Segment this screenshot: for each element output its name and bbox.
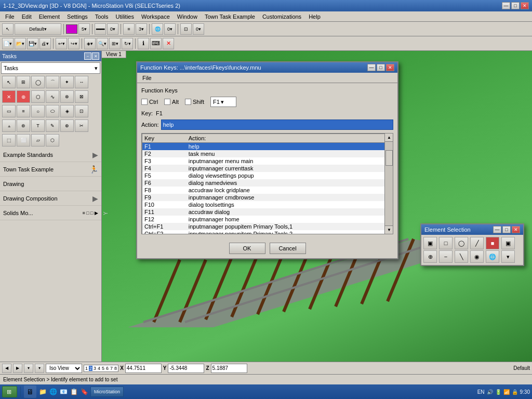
x-btn[interactable]: ✕ <box>163 38 174 49</box>
snap-4[interactable]: 4 <box>97 366 101 371</box>
es-tool-11[interactable]: 🌐 <box>486 250 499 263</box>
dialog-menu-file[interactable]: File <box>139 74 155 82</box>
taskbar-icon-6[interactable]: 🔖 <box>80 388 88 396</box>
region-tool[interactable]: ▭ <box>2 105 16 117</box>
new-btn[interactable]: 📄▾ <box>2 38 14 49</box>
tasks-close-btn[interactable]: ✕ <box>92 52 99 60</box>
nav-back-btn[interactable]: ◀ <box>2 364 11 373</box>
table-row[interactable]: F11accudraw dialog <box>142 208 393 216</box>
dialog-max-btn[interactable]: □ <box>377 64 385 71</box>
shift-checkbox[interactable]: Shift <box>185 99 204 105</box>
color-swatch[interactable] <box>66 24 77 34</box>
ctrl-checkbox[interactable]: Ctrl <box>141 99 158 105</box>
tasks-item-town-task[interactable]: Town Task Example 🏃 <box>0 162 101 177</box>
elem-sel-close[interactable]: ✕ <box>512 226 520 233</box>
minimize-button[interactable]: — <box>502 2 510 9</box>
table-row[interactable]: F12inputmanager home <box>142 216 393 223</box>
menu-help[interactable]: Help <box>305 12 324 21</box>
snap-3[interactable]: 3 <box>93 366 97 371</box>
alt-checkbox[interactable]: Alt <box>164 99 179 105</box>
cancel-button[interactable]: Cancel <box>270 243 306 254</box>
tool-5[interactable]: ⊗ <box>60 90 74 103</box>
text-tool[interactable]: T <box>31 119 45 132</box>
scroll-down-btn[interactable]: ▼ <box>385 225 393 234</box>
menu-tools[interactable]: Tools <box>92 12 112 21</box>
snap-6[interactable]: 6 <box>105 366 109 371</box>
es-tool-4[interactable]: ╱ <box>470 237 484 249</box>
ellipse-tool[interactable]: ⬭ <box>46 105 59 117</box>
taskbar-icon-2[interactable]: 📁 <box>38 388 47 396</box>
snap-7[interactable]: 7 <box>110 366 113 371</box>
3d-tool-2[interactable]: ⬜ <box>17 134 30 147</box>
menu-customizations[interactable]: Customizations <box>259 12 304 21</box>
tool-dropdown[interactable]: Default ▾ <box>15 23 61 35</box>
3d-tool-4[interactable]: ⬡ <box>46 134 59 147</box>
es-tool-6[interactable]: ▣ <box>501 237 515 249</box>
menu-window[interactable]: Window <box>174 12 201 21</box>
taskbar-icon-3[interactable]: 🌐 <box>49 388 57 396</box>
table-row[interactable]: Ctrl+F2inputmanager popupitem Primary To… <box>142 230 393 234</box>
menu-edit[interactable]: Edit <box>19 12 35 21</box>
rotate-btn[interactable]: ↻▾ <box>122 38 133 49</box>
3d-tool-1[interactable]: ⬚ <box>2 134 16 147</box>
tasks-dropdown[interactable]: Tasks ▾ <box>1 62 100 74</box>
lineweight-btn[interactable]: ≡ <box>123 23 135 35</box>
elem-sel-restore[interactable]: □ <box>502 226 511 233</box>
snap-2[interactable]: 2 <box>89 366 92 371</box>
scroll-up-btn[interactable]: ▲ <box>385 134 393 142</box>
nav-extra2-btn[interactable]: ▾ <box>35 364 44 373</box>
place-circle-tool[interactable]: ◯ <box>31 76 45 88</box>
es-tool-2[interactable]: □ <box>439 237 453 249</box>
3d-tool-3[interactable]: ▱ <box>31 134 45 147</box>
es-tool-5[interactable]: ■ <box>486 237 499 249</box>
linestyle-btn[interactable]: ━━ <box>95 23 106 35</box>
hatch-tool[interactable]: ≡ <box>17 105 30 117</box>
redo-btn[interactable]: ↪▾ <box>68 38 79 49</box>
tool-8[interactable]: ⊡ <box>75 105 88 117</box>
close-button[interactable]: ✕ <box>521 2 529 9</box>
table-row[interactable]: F3inputmanager menu main <box>142 157 393 165</box>
menu-utilities[interactable]: Utilities <box>113 12 137 21</box>
es-tool-9[interactable]: ╲ <box>455 250 468 263</box>
table-row[interactable]: F8accudraw lock gridplane <box>142 187 393 194</box>
tasks-item-drawing[interactable]: Drawing <box>0 177 101 191</box>
cross-tool[interactable]: ✕ <box>2 90 16 103</box>
table-row[interactable]: F5dialog viewsettings popup <box>142 172 393 179</box>
scroll-thumb[interactable] <box>385 150 393 166</box>
lineweight-num[interactable]: 3 ▾ <box>136 23 147 35</box>
fkey-dropdown[interactable]: F1 ▾ <box>210 97 236 107</box>
tool-10[interactable]: ✂ <box>75 119 88 132</box>
es-tool-8[interactable]: − <box>439 250 453 263</box>
table-row[interactable]: F10dialog toolsettings <box>142 201 393 208</box>
polygon-tool[interactable]: ⬡ <box>31 90 45 103</box>
taskbar-microstation[interactable]: MicroStation <box>90 387 124 397</box>
dimension-tool[interactable]: ↔ <box>75 76 88 88</box>
shift-cb-box[interactable] <box>185 99 191 105</box>
y-input[interactable] <box>168 364 204 373</box>
dialog-close-btn[interactable]: ✕ <box>386 64 394 71</box>
note-tool[interactable]: ✎ <box>46 119 59 132</box>
linestyle-num[interactable]: 0 ▾ <box>107 23 118 35</box>
es-tool-10[interactable]: ◉ <box>470 250 484 263</box>
taskbar-icon-4[interactable]: 📧 <box>59 388 68 396</box>
tool-arrow[interactable]: ↖ <box>2 23 14 35</box>
spiral-tool[interactable]: ⊛ <box>17 119 30 132</box>
tasks-item-example-standards[interactable]: Example Standards ▶ <box>0 148 101 162</box>
maximize-button[interactable]: □ <box>511 2 520 9</box>
tasks-item-solids[interactable]: Solids Mo... ≡ □ □ ▶ <box>0 206 101 220</box>
menu-town-task[interactable]: Town Task Example <box>202 12 258 21</box>
elem-sel-min[interactable]: — <box>493 226 501 233</box>
es-tool-3[interactable]: ◯ <box>455 237 468 249</box>
open-btn[interactable]: 📂▾ <box>15 38 26 49</box>
color-num[interactable]: 5 ▾ <box>78 23 90 35</box>
fit-btn[interactable]: ⊞▾ <box>109 38 121 49</box>
save-btn[interactable]: 💾▾ <box>27 38 38 49</box>
start-button[interactable]: ⊞ <box>2 386 17 397</box>
zoom-btn[interactable]: 🔍▾ <box>97 38 108 49</box>
es-tool-7[interactable]: ⊕ <box>423 250 437 263</box>
ok-button[interactable]: OK <box>229 243 265 254</box>
menu-settings[interactable]: Settings <box>64 12 91 21</box>
place-arc-tool[interactable]: ⌒ <box>46 76 59 88</box>
table-row[interactable]: F1help <box>142 143 393 151</box>
globe-btn[interactable]: 🌐 <box>152 23 163 35</box>
